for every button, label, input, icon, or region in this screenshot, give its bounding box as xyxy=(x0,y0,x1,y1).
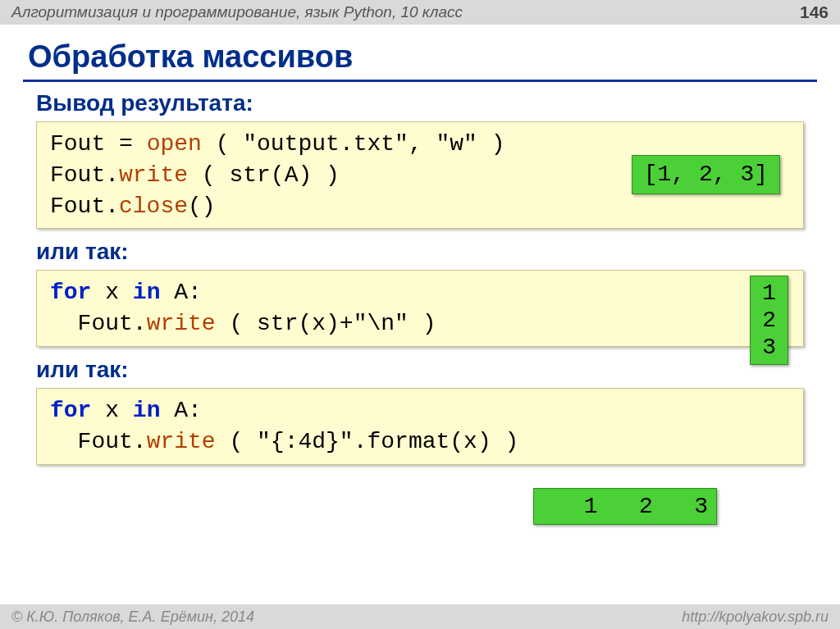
code-line: Fout.write ( str(x)+"\n" ) xyxy=(50,308,790,340)
content-area: Вывод результата: Fout = open ( "output.… xyxy=(0,90,840,525)
code-line: Fout.write ( "{:4d}".format(x) ) xyxy=(50,426,790,458)
page-number: 146 xyxy=(800,2,829,22)
code-block-1: Fout = open ( "output.txt", "w" ) Fout.w… xyxy=(36,121,804,229)
copyright: © К.Ю. Поляков, Е.А. Ерёмин, 2014 xyxy=(11,608,254,626)
code-line: for x in A: xyxy=(50,277,790,308)
code-block-2: for x in A: Fout.write ( str(x)+"\n" ) 1… xyxy=(36,270,804,347)
subheading-output: Вывод результата: xyxy=(36,90,807,116)
output-3-wrap: 1 2 3 xyxy=(33,475,807,525)
course-label: Алгоритмизация и программирование, язык … xyxy=(11,3,463,21)
code-line: for x in A: xyxy=(50,395,790,426)
output-box-2: 1 2 3 xyxy=(750,276,788,365)
header-bar: Алгоритмизация и программирование, язык … xyxy=(0,0,840,25)
subheading-or-2: или так: xyxy=(36,357,807,383)
code-block-3: for x in A: Fout.write ( "{:4d}".format(… xyxy=(36,388,804,465)
footer-url: http://kpolyakov.spb.ru xyxy=(682,608,829,626)
subheading-or-1: или так: xyxy=(36,239,807,265)
footer-bar: © К.Ю. Поляков, Е.А. Ерёмин, 2014 http:/… xyxy=(0,604,840,629)
output-box-3: 1 2 3 xyxy=(533,488,717,525)
page-title: Обработка массивов xyxy=(0,25,840,80)
title-underline xyxy=(23,80,817,82)
output-box-1: [1, 2, 3] xyxy=(632,155,780,194)
code-line: Fout.close() xyxy=(50,191,790,222)
